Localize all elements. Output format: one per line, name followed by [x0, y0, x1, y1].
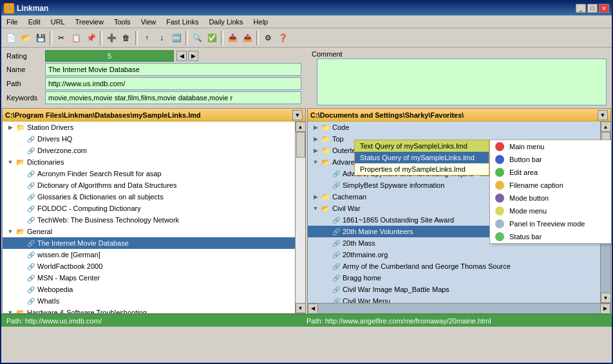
tree-item-dictionaries[interactable]: ▼ 📂 Dictionaries	[3, 156, 295, 168]
context-menu-item-text-query[interactable]: Text Query of mySampleLinks.lmd	[355, 140, 489, 152]
item-label-20th-maine: 20th Maine Volunteers	[341, 228, 413, 235]
keywords-input[interactable]	[45, 91, 301, 104]
tree-item-wissen[interactable]: 🔗 wissen.de [German]	[3, 249, 295, 260]
paste-button[interactable]: 📌	[84, 31, 98, 45]
menu-fast-links[interactable]: Fast Links	[161, 17, 203, 27]
expand-station-drivers[interactable]: ▶	[5, 122, 15, 132]
move-up-button[interactable]: ↑	[140, 31, 154, 45]
scroll-thumb[interactable]	[296, 132, 305, 158]
help-button[interactable]: ❓	[276, 31, 290, 45]
right-scroll-up-btn[interactable]: ▲	[601, 122, 611, 132]
expand-dictionaries[interactable]: ▼	[5, 157, 15, 167]
sep-3	[135, 31, 138, 45]
close-button[interactable]: ✕	[599, 4, 609, 13]
tree-item-station-drivers[interactable]: ▶ 📁 Station Drivers	[3, 122, 295, 133]
expand-advare[interactable]: ▼	[310, 157, 321, 167]
right-hscroll-left[interactable]: ◀	[308, 304, 318, 314]
expand-general[interactable]: ▼	[5, 226, 15, 237]
tree-item-civil-menu[interactable]: 🔗 Civil War Menu	[308, 295, 600, 303]
settings-button[interactable]: ⚙	[261, 31, 275, 45]
tree-item-foldoc[interactable]: 🔗 FOLDOC - Computing Dictionary	[3, 203, 295, 214]
menu-daily-links[interactable]: Daily Links	[203, 17, 248, 27]
tree-item-army-cumberland[interactable]: 🔗 Army of the Cumberland and George Thom…	[308, 260, 600, 272]
expand-cacheman[interactable]: ▶	[310, 192, 321, 202]
context-menu-item-status-query[interactable]: Status Query of mySampleLinks.lmd	[355, 152, 489, 163]
expand-civil-war[interactable]: ▼	[310, 203, 321, 214]
scroll-down-btn[interactable]: ▼	[296, 303, 306, 313]
page-icon-bragg: 🔗	[331, 273, 341, 283]
menu-file[interactable]: File	[1, 17, 23, 27]
maximize-button[interactable]: □	[587, 4, 598, 13]
tree-item-techweb[interactable]: 🔗 TechWeb: The Business Technology Netwo…	[3, 214, 295, 226]
left-scrollbar[interactable]: ▲ ▼	[295, 122, 305, 313]
menu-tools[interactable]: Tools	[109, 17, 136, 27]
expand-top[interactable]: ▶	[310, 134, 321, 144]
add-button[interactable]: ➕	[104, 31, 118, 45]
tree-item-glossaries[interactable]: 🔗 Glossaries & Dictionaries on all subje…	[3, 191, 295, 203]
context-menu-item-properties[interactable]: Properties of mySampleLinks.lmd	[355, 163, 489, 175]
rating-label: Rating	[6, 52, 45, 60]
right-scroll-down-btn[interactable]: ▼	[601, 293, 611, 303]
menu-view[interactable]: View	[136, 17, 162, 27]
tree-item-msn-maps[interactable]: 🔗 MSN - Maps Center	[3, 272, 295, 284]
item-label-code: Code	[331, 123, 349, 131]
path-input[interactable]	[45, 77, 301, 90]
open-button[interactable]: 📂	[19, 31, 33, 45]
left-tree[interactable]: ▶ 📁 Station Drivers 🔗 Drivers HQ 🔗 Drive…	[3, 122, 295, 313]
tree-item-worldfact[interactable]: 🔗 WorldFactbook 2000	[3, 260, 295, 272]
search-button[interactable]: 🔍	[190, 31, 204, 45]
tree-item-drivers-hq[interactable]: 🔗 Drivers HQ	[3, 133, 295, 145]
folder-icon-outertech: 📁	[321, 145, 331, 156]
expand-hardware[interactable]: ▼	[5, 307, 15, 313]
tree-item-whatis[interactable]: 🔗 WhatIs	[3, 295, 295, 307]
folder-icon: 📁	[15, 122, 26, 132]
cut-button[interactable]: ✂	[54, 31, 68, 45]
folder-open-icon-advare: 📂	[321, 157, 331, 167]
menu-edit[interactable]: Edit	[23, 17, 46, 27]
tree-item-20thmaine-org[interactable]: 🔗 20thmaine.org	[308, 249, 600, 260]
tree-item-hardware[interactable]: ▼ 📂 Hardware & Software Troubleshooting	[3, 307, 295, 313]
menu-url[interactable]: URL	[46, 17, 70, 27]
check-button[interactable]: ✅	[205, 31, 219, 45]
tree-item-general[interactable]: ▼ 📂 General	[3, 226, 295, 237]
expand-code[interactable]: ▶	[310, 122, 321, 132]
menu-help[interactable]: Help	[249, 17, 274, 27]
right-hscroll-right[interactable]: ▶	[600, 304, 610, 314]
right-pane-menu-button[interactable]: ▼	[598, 110, 608, 120]
minimize-button[interactable]: _	[576, 4, 586, 13]
right-hscroll-track[interactable]	[318, 304, 600, 313]
toolbar: 📄 📂 💾 ✂ 📋 📌 ➕ 🗑 ↑ ↓ 🔤 🔍 ✅ 📥 📤 ⚙ ❓	[1, 28, 612, 48]
left-pane-header: C:\Program Files\Linkman\Databases\mySam…	[3, 109, 305, 122]
comment-textarea[interactable]	[317, 59, 607, 105]
form-right: Comment	[312, 50, 607, 105]
menu-treeview[interactable]: Treeview	[70, 17, 109, 27]
tree-item-driverzone[interactable]: 🔗 Driverzone.com	[3, 145, 295, 156]
expand-outertech[interactable]: ▶	[310, 145, 321, 156]
sep-2	[100, 31, 102, 45]
left-pane-menu-button[interactable]: ▼	[292, 110, 303, 120]
move-down-button[interactable]: ↓	[155, 31, 169, 45]
scroll-up-btn[interactable]: ▲	[296, 122, 306, 132]
path-label: Path	[6, 80, 45, 87]
rating-up-button[interactable]: ▶	[188, 51, 198, 61]
rating-down-button[interactable]: ◀	[176, 51, 187, 61]
import-button[interactable]: 📥	[225, 31, 240, 45]
tree-item-bragg[interactable]: 🔗 Bragg home	[308, 272, 600, 284]
copy-button[interactable]: 📋	[69, 31, 83, 45]
scroll-track[interactable]	[296, 132, 305, 303]
tree-item-dict-algo[interactable]: 🔗 Dictionary of Algorithms and Data Stru…	[3, 179, 295, 191]
tree-item-webopedia[interactable]: 🔗 Webopedia	[3, 284, 295, 295]
tree-item-civil-maps[interactable]: 🔗 Civil War Image Map_Battle Maps	[308, 284, 600, 295]
new-button[interactable]: 📄	[4, 31, 18, 45]
tree-item-imdb[interactable]: 🔗 The Internet Movie Database	[3, 237, 295, 249]
right-hscrollbar[interactable]: ◀ ▶	[308, 303, 610, 313]
export-button[interactable]: 📤	[240, 31, 254, 45]
sort-button[interactable]: 🔤	[169, 31, 184, 45]
page-icon-army: 🔗	[331, 261, 341, 271]
name-input[interactable]	[45, 63, 301, 76]
keywords-row: Keywords	[6, 91, 301, 104]
tree-item-code[interactable]: ▶ 📁 Code	[308, 122, 600, 133]
delete-button[interactable]: 🗑	[119, 31, 133, 45]
tree-item-acronym[interactable]: 🔗 Acronym Finder Search Result for asap	[3, 168, 295, 179]
save-button[interactable]: 💾	[33, 31, 48, 45]
